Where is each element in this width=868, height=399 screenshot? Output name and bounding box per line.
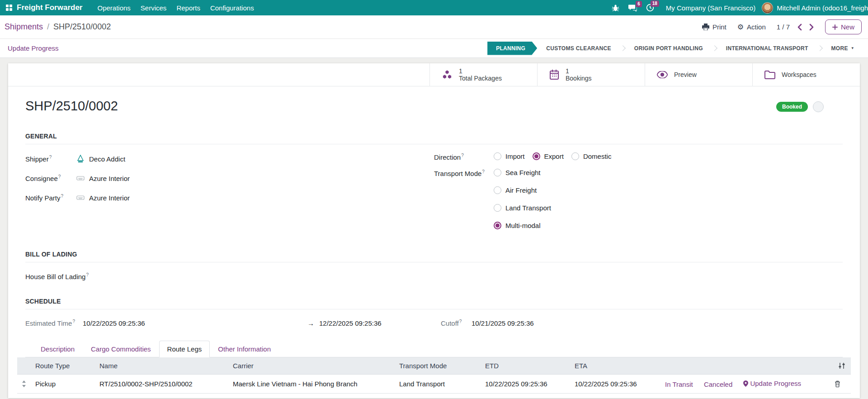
shipper-label: Shipper? (25, 155, 76, 163)
bookings-button[interactable]: 1Bookings (537, 63, 645, 86)
consignee-value[interactable]: Azure Interior (76, 174, 130, 183)
estimated-end-datetime[interactable]: 12/22/2025 09:25:36 (319, 319, 441, 327)
column-carrier[interactable]: Carrier (228, 357, 395, 375)
column-name[interactable]: Name (95, 357, 228, 375)
help-tooltip-marker: ? (58, 174, 61, 179)
preview-label: Preview (674, 71, 697, 78)
cell-carrier[interactable]: Maersk Line Vietnam - Hai Phong Branch (228, 375, 395, 394)
total-packages-button[interactable]: 1Total Packages (429, 63, 537, 86)
menu-configurations[interactable]: Configurations (205, 0, 259, 15)
radio-circle-icon (533, 152, 540, 160)
user-menu[interactable]: Mitchell Admin (odoo16_freigh (762, 2, 868, 14)
gear-icon: ⚙ (737, 24, 744, 31)
radio-multi-modal[interactable]: Multi-modal (494, 222, 551, 229)
total-packages-count: 1 (459, 67, 502, 75)
breadcrumb: Shipments / SHP/2510/0002 (5, 22, 111, 32)
radio-import[interactable]: Import (494, 152, 525, 160)
cell-etd[interactable]: 10/22/2025 09:25:36 (481, 375, 570, 394)
help-tooltip-marker: ? (86, 272, 89, 277)
booked-status-badge: Booked (776, 102, 808, 112)
notebook-tabs: Description Cargo Commodities Route Legs… (25, 341, 843, 357)
date-range-arrow-icon: → (307, 319, 319, 327)
stage-customs-clearance[interactable]: CUSTOMS CLEARANCE (537, 42, 620, 55)
stage-planning[interactable]: PLANNING (487, 42, 537, 55)
canceled-link[interactable]: Canceled (704, 380, 732, 388)
azure-interior-logo (76, 174, 85, 183)
apps-menu-icon[interactable] (6, 5, 12, 11)
print-button[interactable]: Print (702, 23, 726, 31)
field-shipper: Shipper? Deco Addict (25, 152, 434, 165)
form-view: 1Total Packages 1Bookings Preview Worksp… (0, 58, 868, 398)
update-progress-button[interactable]: Update Progress (8, 44, 59, 52)
action-button[interactable]: ⚙ Action (737, 23, 766, 31)
drag-handle[interactable] (22, 380, 26, 387)
pager-previous-button[interactable] (797, 24, 802, 31)
section-schedule-heading: SCHEDULE (25, 298, 843, 309)
radio-circle-icon (494, 169, 501, 176)
cell-eta[interactable]: 10/22/2025 09:25:36 (570, 375, 660, 394)
radio-air-freight[interactable]: Air Freight (494, 186, 551, 194)
cell-actions: In Transit Canceled Update Progress (660, 375, 829, 394)
estimated-start-datetime[interactable]: 10/22/2025 09:25:36 (83, 319, 307, 327)
app-name[interactable]: Freight Forwarder (17, 3, 82, 12)
calendar-icon (549, 69, 559, 80)
stage-pipeline: PLANNING CUSTOMS CLEARANCE ORIGIN PORT H… (487, 39, 868, 57)
menu-services[interactable]: Services (136, 0, 172, 15)
deco-addict-logo (76, 154, 85, 163)
record-title[interactable]: SHP/2510/0002 (25, 99, 118, 114)
statusbar: Update Progress PLANNING CUSTOMS CLEARAN… (0, 39, 868, 58)
chevron-left-icon (797, 24, 802, 31)
column-route-type[interactable]: Route Type (31, 357, 95, 375)
kanban-state-circle[interactable] (813, 101, 824, 112)
cell-transport-mode[interactable]: Land Transport (395, 375, 481, 394)
radio-land-transport[interactable]: Land Transport (494, 204, 551, 212)
column-eta[interactable]: ETA (570, 357, 660, 375)
optional-columns-button[interactable] (837, 361, 846, 370)
notify-party-label: Notify Party? (25, 194, 76, 202)
stage-more-dropdown[interactable]: MORE ▼ (822, 42, 863, 55)
radio-domestic[interactable]: Domestic (571, 152, 612, 160)
new-button[interactable]: New (825, 19, 862, 34)
radio-export[interactable]: Export (533, 152, 564, 160)
stage-international-transport[interactable]: INTERNATIONAL TRANSPORT (717, 42, 817, 55)
tab-other-information[interactable]: Other Information (210, 341, 279, 357)
menu-operations[interactable]: Operations (92, 0, 135, 15)
update-progress-link[interactable]: Update Progress (743, 380, 801, 387)
menu-reports[interactable]: Reports (171, 0, 205, 15)
shipper-value[interactable]: Deco Addict (76, 154, 125, 163)
field-transport-mode: Transport Mode? Sea Freight Air Freight … (434, 169, 843, 229)
tab-cargo-commodities[interactable]: Cargo Commodities (83, 341, 159, 357)
map-pin-icon (743, 380, 748, 387)
stage-origin-port-handling[interactable]: ORIGIN PORT HANDLING (625, 42, 712, 55)
column-etd[interactable]: ETD (481, 357, 570, 375)
cell-name[interactable]: RT/2510/0002-SHP/2510/0002 (95, 375, 228, 394)
top-navbar: Freight Forwarder Operations Services Re… (0, 0, 868, 15)
field-notify-party: Notify Party? Azure Interior (25, 191, 434, 204)
radio-sea-freight[interactable]: Sea Freight (494, 169, 551, 176)
sliders-icon (838, 362, 845, 369)
column-transport-mode[interactable]: Transport Mode (395, 357, 481, 375)
preview-button[interactable]: Preview (645, 63, 752, 86)
messages-icon[interactable]: 6 (628, 4, 637, 12)
in-transit-link[interactable]: In Transit (665, 380, 693, 388)
tab-route-legs[interactable]: Route Legs (159, 341, 210, 357)
notify-party-value[interactable]: Azure Interior (76, 193, 130, 202)
cutoff-label: Cutoff? (441, 319, 472, 327)
activities-clock-icon[interactable]: 18 (646, 4, 654, 12)
estimated-time-label: Estimated Time? (25, 319, 83, 327)
debug-bug-icon[interactable] (612, 4, 619, 12)
radio-circle-icon (494, 204, 501, 212)
cell-route-type[interactable]: Pickup (31, 375, 95, 394)
tab-description[interactable]: Description (33, 341, 83, 357)
workspaces-button[interactable]: Workspaces (752, 63, 860, 86)
breadcrumb-shipments-link[interactable]: Shipments (5, 22, 43, 32)
help-tooltip-marker: ? (49, 155, 52, 160)
total-packages-label: Total Packages (459, 75, 502, 82)
house-bill-of-lading-input[interactable] (95, 271, 240, 281)
company-switcher[interactable]: My Company (San Francisco) (666, 4, 755, 12)
cutoff-datetime[interactable]: 10/21/2025 09:25:36 (472, 319, 843, 327)
help-tooltip-marker: ? (461, 153, 464, 158)
delete-row-button[interactable] (834, 380, 841, 388)
pager-next-button[interactable] (809, 24, 814, 31)
user-avatar (762, 2, 773, 14)
